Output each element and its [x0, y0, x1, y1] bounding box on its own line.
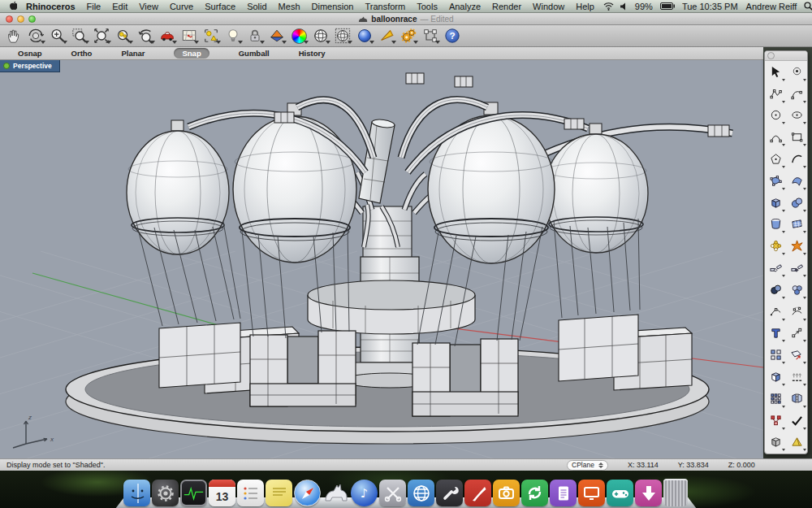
- displays-app-icon[interactable]: [578, 480, 605, 506]
- color-wheel-icon[interactable]: [289, 26, 309, 46]
- menu-clock[interactable]: Tue 10:35 PM: [678, 2, 742, 11]
- reminders-icon[interactable]: [237, 480, 264, 506]
- apply-check-icon[interactable]: [786, 410, 807, 432]
- chamfer-icon[interactable]: [786, 257, 807, 279]
- menu-window[interactable]: Window: [527, 2, 570, 11]
- connector-icon[interactable]: [421, 26, 440, 46]
- apple-menu-icon[interactable]: [5, 1, 20, 11]
- itunes-icon[interactable]: ♪: [351, 480, 378, 506]
- menu-tools[interactable]: Tools: [411, 2, 443, 11]
- help-icon[interactable]: ?: [443, 26, 462, 46]
- boolean-difference-icon[interactable]: [786, 279, 807, 301]
- mirror-icon[interactable]: [786, 388, 807, 410]
- explode-icon[interactable]: [786, 235, 807, 257]
- viewport-title-tab[interactable]: Perspective: [0, 60, 60, 72]
- menu-rhinoceros[interactable]: Rhinoceros: [20, 2, 81, 11]
- cone-pointer-icon[interactable]: [377, 26, 396, 46]
- rectangle-icon[interactable]: [786, 126, 807, 148]
- adjust-arc-icon[interactable]: [765, 301, 786, 323]
- system-preferences-icon[interactable]: [152, 480, 179, 506]
- downloads-folder-icon[interactable]: [635, 480, 662, 506]
- zoom-window-icon[interactable]: [70, 26, 89, 46]
- menu-transform[interactable]: Transform: [359, 2, 411, 11]
- trim-icon[interactable]: [786, 344, 807, 366]
- wireframe-sphere-icon[interactable]: [311, 26, 330, 46]
- user-menu[interactable]: Andrew Reiff: [742, 2, 801, 11]
- menu-dimension[interactable]: Dimension: [306, 2, 360, 11]
- set-view-icon[interactable]: [201, 26, 221, 46]
- toggle-history[interactable]: History: [299, 49, 326, 58]
- menu-edit[interactable]: Edit: [106, 2, 133, 11]
- shaded-sphere-icon[interactable]: [355, 26, 374, 46]
- menu-mesh[interactable]: Mesh: [273, 2, 306, 11]
- toggle-gumball[interactable]: Gumball: [239, 49, 270, 58]
- toggle-osnap[interactable]: Osnap: [18, 49, 42, 58]
- ellipse-icon[interactable]: [786, 105, 807, 127]
- named-views-icon[interactable]: [158, 26, 177, 46]
- zoom-extents-icon[interactable]: [92, 26, 111, 46]
- menu-surface[interactable]: Surface: [199, 2, 241, 11]
- polygon-icon[interactable]: [765, 148, 786, 170]
- loft-icon[interactable]: [765, 214, 786, 236]
- activity-monitor-icon[interactable]: [180, 480, 207, 506]
- fillet-icon[interactable]: [765, 257, 786, 279]
- zoom-selected-icon[interactable]: [114, 26, 133, 46]
- battery-icon[interactable]: [657, 2, 678, 10]
- calendar-icon[interactable]: 13: [209, 480, 235, 506]
- menu-analyze[interactable]: Analyze: [443, 2, 486, 11]
- volume-icon[interactable]: [617, 2, 631, 11]
- finder-icon[interactable]: [123, 480, 150, 506]
- rotate-view-icon[interactable]: [26, 26, 45, 46]
- interpolate-curve-icon[interactable]: [786, 83, 807, 105]
- palette-close-button[interactable]: [767, 52, 775, 59]
- display-mode-icon[interactable]: [267, 26, 287, 46]
- developer-tools-icon[interactable]: [436, 480, 463, 506]
- utilities-app-icon[interactable]: [379, 480, 406, 506]
- options-gears-icon[interactable]: [399, 26, 418, 46]
- games-folder-icon[interactable]: [607, 480, 633, 506]
- curved-surface-icon[interactable]: [786, 170, 807, 192]
- circle-icon[interactable]: [765, 105, 786, 127]
- lamp-icon[interactable]: [223, 26, 243, 46]
- menu-solid[interactable]: Solid: [241, 2, 272, 11]
- array-linear-icon[interactable]: [786, 366, 807, 388]
- solid-box-icon[interactable]: [765, 192, 786, 214]
- menu-curve[interactable]: Curve: [164, 2, 199, 11]
- single-point-icon[interactable]: [786, 61, 807, 83]
- ghosted-sphere-icon[interactable]: [333, 26, 352, 46]
- control-point-curve-icon[interactable]: [765, 83, 786, 105]
- cplane-dropdown[interactable]: CPlane: [567, 460, 608, 471]
- boolean-union-icon[interactable]: [765, 279, 786, 301]
- block-icon[interactable]: [765, 410, 786, 432]
- menu-view[interactable]: View: [133, 2, 164, 11]
- menu-render[interactable]: Render: [486, 2, 527, 11]
- palette-title-bar[interactable]: [765, 51, 807, 61]
- design-app-icon[interactable]: [464, 480, 491, 506]
- solid-spheres-icon[interactable]: [786, 192, 807, 214]
- viewport-layout-icon[interactable]: [179, 26, 199, 46]
- extrude-icon[interactable]: [765, 432, 786, 454]
- patch-icon[interactable]: [786, 214, 807, 236]
- move-uvn-icon[interactable]: [786, 323, 807, 345]
- viewport-perspective[interactable]: z x Perspective: [0, 60, 763, 458]
- select-arrow-icon[interactable]: [765, 61, 786, 83]
- drape-icon[interactable]: [786, 432, 807, 454]
- surface-3pt-icon[interactable]: [765, 170, 786, 192]
- menu-file[interactable]: File: [81, 2, 107, 11]
- photos-camera-icon[interactable]: [493, 480, 520, 506]
- documents-folder-icon[interactable]: [550, 480, 577, 506]
- cage-edit-icon[interactable]: [765, 366, 786, 388]
- trash-icon[interactable]: [663, 479, 688, 506]
- array-grid-icon[interactable]: [765, 388, 786, 410]
- toggle-ortho[interactable]: Ortho: [71, 49, 93, 58]
- undo-view-icon[interactable]: [136, 26, 155, 46]
- text-object-icon[interactable]: [765, 323, 786, 345]
- copy-array-icon[interactable]: [765, 344, 786, 366]
- toggle-snap[interactable]: Snap: [174, 48, 209, 59]
- stickies-icon[interactable]: [266, 480, 292, 506]
- arc-icon[interactable]: [765, 126, 786, 148]
- spotlight-icon[interactable]: [801, 2, 812, 11]
- rhinoceros-icon[interactable]: [322, 480, 349, 506]
- rebuild-curve-icon[interactable]: [786, 301, 807, 323]
- toggle-planar[interactable]: Planar: [121, 49, 145, 58]
